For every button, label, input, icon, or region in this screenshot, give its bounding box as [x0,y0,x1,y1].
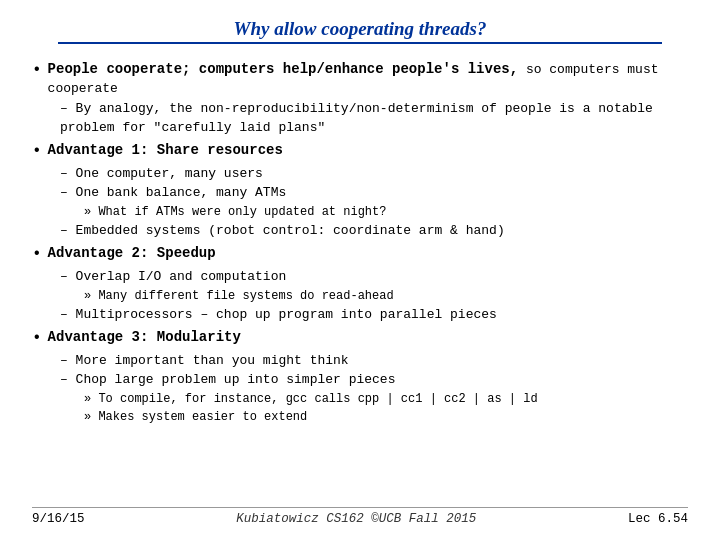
bullet-text: Advantage 1: Share resources [48,141,688,161]
sub-item-2-1: Many different file systems do read-ahea… [32,288,688,305]
bullet-bold: Advantage 1: Share resources [48,142,283,158]
sub-item-3-3: Makes system easier to extend [32,409,688,426]
bullet-bold: Advantage 3: Modularity [48,329,241,345]
bullet-text: Advantage 3: Modularity [48,328,688,348]
bullet-bold: Advantage 2: Speedup [48,245,216,261]
bullet-b3: •Advantage 2: Speedup [32,244,688,266]
bullet-b1: •People cooperate; computers help/enhanc… [32,60,688,98]
bullet-dot: • [32,59,42,82]
sub-item-1-1: One bank balance, many ATMs [32,184,688,202]
bullet-b4: •Advantage 3: Modularity [32,328,688,350]
sub-item-3-2: To compile, for instance, gcc calls cpp … [32,391,688,408]
bullet-text: People cooperate; computers help/enhance… [48,60,688,98]
title-area: Why allow cooperating threads? [32,18,688,50]
content-area: •People cooperate; computers help/enhanc… [32,56,688,503]
sub-item-1-2: What if ATMs were only updated at night? [32,204,688,221]
sub-item-1-0: One computer, many users [32,165,688,183]
bullet-dot: • [32,327,42,350]
sub-item-3-1: Chop large problem up into simpler piece… [32,371,688,389]
slide-title: Why allow cooperating threads? [234,18,487,40]
bullet-b2: •Advantage 1: Share resources [32,141,688,163]
sub-item-1-3: Embedded systems (robot control: coordin… [32,222,688,240]
sub-item-2-0: Overlap I/O and computation [32,268,688,286]
sub-item-3-0: More important than you might think [32,352,688,370]
slide: Why allow cooperating threads? •People c… [0,0,720,540]
footer: 9/16/15 Kubiatowicz CS162 ©UCB Fall 2015… [32,507,688,526]
bullet-bold: People cooperate; computers help/enhance… [48,61,518,77]
sub-item-0-0: By analogy, the non-reproducibility/non-… [32,100,688,137]
footer-center: Kubiatowicz CS162 ©UCB Fall 2015 [236,512,476,526]
bullet-dot: • [32,140,42,163]
bullet-text: Advantage 2: Speedup [48,244,688,264]
footer-right: Lec 6.54 [628,512,688,526]
title-underline [58,42,662,44]
bullet-dot: • [32,243,42,266]
sub-item-2-2: Multiprocessors – chop up program into p… [32,306,688,324]
footer-left: 9/16/15 [32,512,85,526]
